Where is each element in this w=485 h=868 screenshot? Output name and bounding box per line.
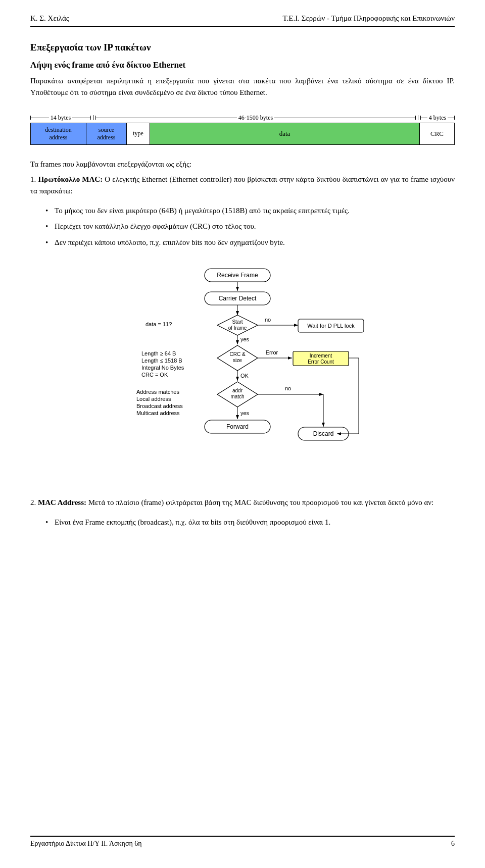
box-source: sourceaddress	[86, 123, 127, 144]
svg-text:of frame: of frame	[228, 325, 247, 331]
section-title: Επεξεργασία των IP πακέτων	[30, 42, 455, 53]
bullet-2-item-1: Είναι ένα Frame εκπομπής (broadcast), π.…	[45, 517, 455, 528]
frames-intro: Τα frames που λαμβάνονται επεξεργάζονται…	[30, 160, 455, 169]
fc-addr-matches: Address matches	[136, 389, 179, 395]
fc-yes2: yes	[240, 410, 250, 416]
flowchart-svg: Receive Frame Carrier Detect data = 11? …	[111, 265, 374, 477]
bullet-list-1: Το μήκος του δεν είναι μικρότερο (64Β) ή…	[45, 205, 455, 252]
fc-carrier-detect: Carrier Detect	[219, 295, 257, 302]
fc-increment-error: Increment	[310, 353, 332, 359]
bullet-1-item-3: Δεν περιέχει κάποιο υπόλοιπο, π.χ. επιπλ…	[45, 237, 455, 248]
ethernet-frame-boxes: destinationaddress sourceaddress type da…	[30, 123, 455, 145]
fc-forward: Forward	[226, 423, 249, 430]
fc-broadcast-addr: Broadcast address	[136, 403, 183, 409]
bullet-1-item-2: Περιέχει τον κατάλληλο έλεγχο σφαλμάτων …	[45, 221, 455, 232]
page-footer: Εργαστήριο Δίκτυα Η/Υ ΙΙ. Άσκηση 6η 6	[30, 836, 455, 848]
item2-text: Μετά το πλαίσιο (frame) φιλτράρεται βάση…	[88, 498, 434, 506]
label-4-bytes: 4 bytes	[429, 114, 446, 122]
fc-local-addr: Local address	[136, 396, 171, 402]
fc-data-11: data = 11?	[146, 321, 172, 327]
footer-right: 6	[451, 840, 455, 848]
bullet-list-2: Είναι ένα Frame εκπομπής (broadcast), π.…	[45, 517, 455, 532]
page-header: Κ. Σ. Χειλάς Τ.Ε.Ι. Σερρών - Τμήμα Πληρο…	[30, 14, 455, 27]
box-type: type	[127, 123, 150, 144]
fc-ok-label: OK	[240, 373, 249, 379]
fc-error-label: Error	[266, 349, 278, 355]
intro-text: Παρακάτω αναφέρεται περιληπτικά η επεξερ…	[30, 75, 455, 99]
label-14-bytes: 14 bytes	[51, 114, 71, 122]
bullet-1-item-1: Το μήκος του δεν είναι μικρότερο (64Β) ή…	[45, 205, 455, 217]
item2-title: MAC Address:	[38, 498, 86, 506]
svg-text:Error Count: Error Count	[308, 359, 334, 365]
box-crc: CRC	[420, 123, 454, 144]
fc-integral: Integral No Bytes	[141, 365, 184, 371]
label-46-bytes: 46-1500 bytes	[238, 114, 273, 122]
fc-multicast-addr: Multicast address	[136, 410, 180, 416]
svg-text:match: match	[230, 394, 244, 399]
fc-crc-size: CRC &	[229, 351, 245, 357]
fc-no2: no	[285, 385, 291, 391]
fc-length-64: Length ≥ 64 B	[141, 350, 176, 356]
item-1: 1. Πρωτόκολλο MAC: Ο ελεγκτής Ethernet (…	[30, 174, 455, 197]
fc-length-1518: Length ≤ 1518 B	[141, 358, 182, 364]
box-data: data	[150, 123, 420, 144]
ethernet-diagram: 14 bytes 46-1500 bytes	[30, 114, 455, 145]
header-right: Τ.Ε.Ι. Σερρών - Τμήμα Πληροφορικής και Ε…	[282, 14, 455, 23]
page: Κ. Σ. Χειλάς Τ.Ε.Ι. Σερρών - Τμήμα Πληρο…	[0, 0, 485, 868]
flowchart: Receive Frame Carrier Detect data = 11? …	[111, 265, 374, 479]
svg-text:size: size	[233, 358, 242, 363]
box-destination: destinationaddress	[31, 123, 86, 144]
item2-number: 2.	[30, 498, 36, 506]
fc-wait-pll: Wait for D PLL lock	[307, 323, 355, 329]
sub-title: Λήψη ενός frame από ένα δίκτυο Ethernet	[30, 60, 455, 70]
fc-start-frame: Start	[232, 319, 243, 325]
fc-yes1: yes	[240, 336, 250, 342]
item-2: 2. MAC Address: Μετά το πλαίσιο (frame) …	[30, 497, 455, 508]
item1-title: Πρωτόκολλο MAC:	[38, 175, 103, 183]
fc-receive-frame: Receive Frame	[217, 272, 258, 279]
fc-discard: Discard	[313, 430, 334, 437]
footer-left: Εργαστήριο Δίκτυα Η/Υ ΙΙ. Άσκηση 6η	[30, 840, 142, 848]
fc-no1: no	[265, 317, 271, 323]
header-left: Κ. Σ. Χειλάς	[30, 14, 69, 23]
fc-crc-ok: CRC = OK	[141, 372, 168, 378]
item1-number: 1.	[30, 175, 36, 183]
fc-addr-match: addr	[232, 388, 243, 393]
